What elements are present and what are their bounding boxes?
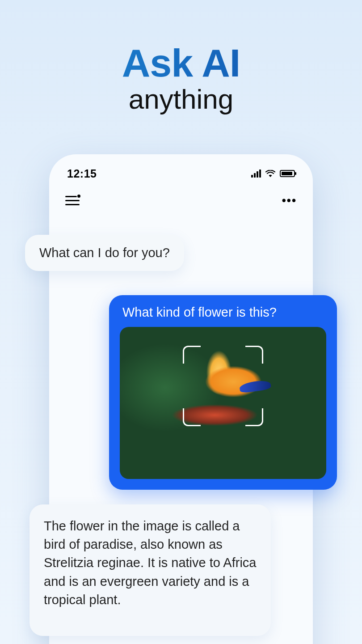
- hero-header: Ask AI anything: [0, 0, 362, 115]
- ai-message-greeting: What can I do for you?: [25, 235, 184, 271]
- user-message-text: What kind of flower is this?: [122, 305, 324, 320]
- ai-answer-text: The flower in the image is called a bird…: [44, 519, 257, 607]
- wifi-icon: [265, 170, 275, 177]
- status-bar: 12:15: [49, 154, 313, 181]
- scan-frame-icon: [183, 346, 263, 426]
- ai-message-answer: The flower in the image is called a bird…: [29, 504, 271, 636]
- hero-subtitle: anything: [0, 83, 362, 115]
- app-top-bar: •••: [49, 181, 313, 212]
- attached-image[interactable]: [120, 327, 326, 479]
- status-time: 12:15: [67, 167, 97, 180]
- battery-icon: [280, 170, 295, 177]
- status-icons: [251, 169, 295, 178]
- menu-icon[interactable]: [65, 196, 80, 206]
- user-message: What kind of flower is this?: [109, 295, 337, 490]
- cellular-signal-icon: [251, 169, 261, 178]
- ai-message-text: What can I do for you?: [39, 246, 170, 260]
- hero-title: Ask AI: [0, 40, 362, 86]
- more-options-icon[interactable]: •••: [282, 194, 297, 208]
